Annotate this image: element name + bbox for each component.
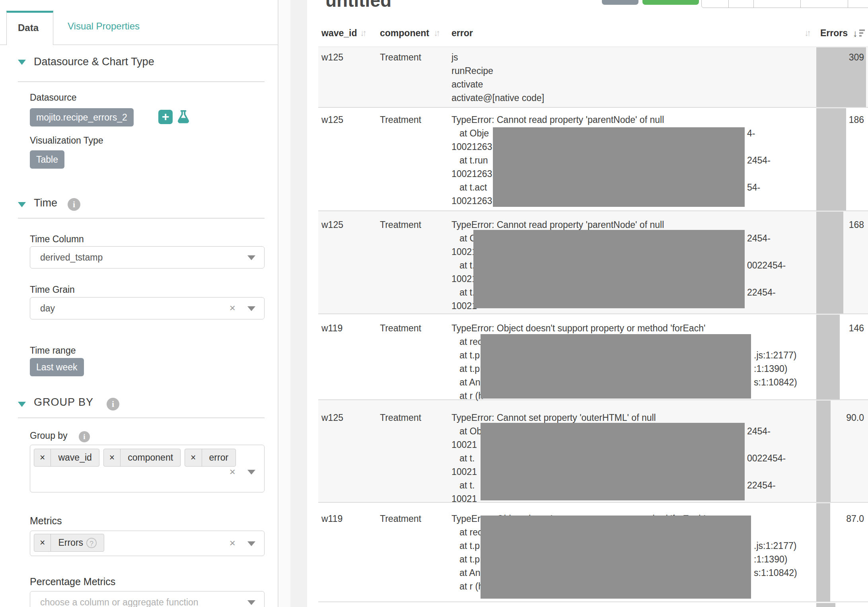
- error-stack-line: at t.: [459, 480, 475, 491]
- datasource-badge[interactable]: mojito.recipe_errors_2: [30, 108, 134, 126]
- error-stack-fragment: .js:1:2177): [754, 541, 796, 551]
- clear-icon[interactable]: ×: [230, 537, 235, 549]
- error-stack-line: at t.p: [459, 364, 480, 374]
- collapse-caret-icon[interactable]: [18, 60, 26, 65]
- errors-bar: [816, 603, 835, 607]
- help-icon[interactable]: ?: [86, 538, 97, 548]
- section-title-groupby[interactable]: GROUP BY: [34, 396, 93, 409]
- table-cell-wave-id: w125: [321, 115, 343, 125]
- time-grain-select[interactable]: day ×: [30, 297, 265, 319]
- metric-tag[interactable]: × Errors ?: [34, 534, 104, 552]
- chart-container: untitled wave_id ↓↑ component ↓↑ error ↓…: [307, 0, 868, 607]
- table-cell-component: Treatment: [380, 52, 421, 63]
- error-stack-fragment: 4-: [747, 128, 755, 139]
- collapse-caret-icon[interactable]: [18, 202, 26, 207]
- table-cell-errors: 168: [849, 220, 864, 230]
- group-by-tag-label: error: [202, 449, 236, 466]
- tab-visual-properties[interactable]: Visual Properties: [68, 21, 140, 32]
- error-stack-fragment: .js:1:2177): [754, 350, 796, 361]
- remove-tag-icon[interactable]: ×: [185, 449, 202, 466]
- app-root: Data Visual Properties Datasource & Char…: [0, 0, 868, 607]
- time-range-label: Time range: [30, 345, 76, 356]
- error-stack-line: at An: [459, 568, 480, 578]
- percentage-metrics-select[interactable]: choose a column or aggregate function: [30, 591, 265, 607]
- info-icon[interactable]: i: [107, 398, 119, 411]
- group-by-tags: ×wave_id×component×error: [34, 449, 240, 467]
- group-by-tag[interactable]: ×error: [185, 449, 236, 467]
- errors-bar: [816, 315, 840, 399]
- table-cell-wave-id: w125: [321, 220, 343, 230]
- redacted-region: [473, 230, 745, 308]
- error-stack-line: at t.p: [459, 350, 480, 361]
- group-by-tag[interactable]: ×component: [103, 449, 181, 467]
- errors-bar: [816, 503, 830, 601]
- error-stack-line: TypeError: Cannot set property 'outerHTM…: [452, 412, 656, 423]
- error-stack-line: at r (h: [459, 581, 483, 592]
- group-by-label: Group by: [30, 430, 68, 441]
- section-title-time[interactable]: Time: [34, 197, 57, 209]
- metric-tag-label: Errors: [58, 537, 83, 548]
- error-stack-line: 10021263: [452, 169, 492, 179]
- error-stack-line: at t.p: [459, 554, 480, 565]
- error-stack-line: TypeError: Cannot read property 'parentN…: [452, 220, 664, 230]
- error-stack-fragment: 0022454-: [747, 453, 786, 464]
- remove-tag-icon[interactable]: ×: [34, 449, 51, 466]
- table-cell-wave-id: w119: [321, 514, 343, 524]
- error-stack-line: 10021: [452, 494, 477, 504]
- table-cell-component: Treatment: [380, 115, 421, 125]
- time-range-badge[interactable]: Last week: [30, 358, 84, 376]
- error-stack-line: at t.: [459, 453, 475, 464]
- error-stack-fragment: s:1:10842): [754, 568, 797, 578]
- info-icon[interactable]: i: [68, 198, 80, 211]
- viz-type-badge[interactable]: Table: [30, 150, 64, 169]
- collapse-caret-icon[interactable]: [18, 402, 26, 407]
- chevron-down-icon: [247, 306, 255, 311]
- section-divider: [18, 218, 265, 218]
- clear-icon[interactable]: ×: [230, 466, 235, 478]
- time-column-select[interactable]: derived_tstamp: [30, 246, 265, 268]
- error-stack-line: at t.: [459, 287, 475, 298]
- remove-tag-icon[interactable]: ×: [34, 534, 51, 551]
- error-stack-fragment: 22454-: [747, 480, 776, 491]
- error-stack-fragment: :1:1390): [754, 554, 787, 565]
- chevron-down-icon: [247, 470, 255, 475]
- metrics-select[interactable]: × Errors ? ×: [30, 531, 265, 556]
- time-grain-label: Time Grain: [30, 284, 75, 295]
- tab-data[interactable]: Data: [6, 11, 53, 45]
- viz-type-label: Visualization Type: [30, 135, 103, 146]
- error-stack-line: activate: [452, 79, 483, 90]
- section-title-datasource[interactable]: Datasource & Chart Type: [34, 56, 154, 68]
- error-stack-line: 10021263: [452, 196, 492, 206]
- clear-icon[interactable]: ×: [230, 302, 235, 314]
- table-cell-component: Treatment: [380, 220, 421, 230]
- chevron-down-icon: [247, 255, 255, 260]
- table-cell-wave-id: w119: [321, 323, 343, 334]
- error-stack-line: runRecipe: [452, 66, 493, 76]
- remove-tag-icon[interactable]: ×: [104, 449, 121, 466]
- group-by-tag[interactable]: ×wave_id: [34, 449, 99, 467]
- table-cell-errors: 146: [849, 323, 864, 334]
- errors-bar: [816, 212, 843, 313]
- metrics-label: Metrics: [30, 515, 62, 527]
- table-cell-errors: 309: [849, 52, 864, 63]
- error-stack-fragment: s:1:10842): [754, 377, 797, 388]
- scrollbar-track[interactable]: [278, 0, 290, 607]
- errors-bar: [816, 108, 846, 210]
- add-datasource-icon[interactable]: +: [158, 110, 173, 124]
- chevron-down-icon: [247, 600, 255, 605]
- table-cell-errors: 186: [849, 115, 864, 125]
- error-stack-fragment: 2454-: [747, 426, 771, 437]
- error-stack-line: at Obje: [459, 128, 489, 139]
- group-by-select[interactable]: ×wave_id×component×error ×: [30, 445, 265, 492]
- error-stack-line: TypeError: Cannot read property 'parentN…: [452, 115, 664, 125]
- section-divider: [18, 418, 265, 418]
- tab-data-label: Data: [18, 22, 39, 33]
- flask-icon[interactable]: [176, 109, 191, 125]
- error-stack-line: 10021263: [452, 142, 492, 152]
- redacted-region: [493, 127, 745, 207]
- time-column-label: Time Column: [30, 234, 84, 245]
- explore-control-panel: Data Visual Properties Datasource & Char…: [0, 0, 278, 607]
- group-by-tag-label: component: [121, 449, 180, 466]
- error-stack-line: 10021: [452, 467, 477, 477]
- info-icon[interactable]: i: [79, 431, 90, 442]
